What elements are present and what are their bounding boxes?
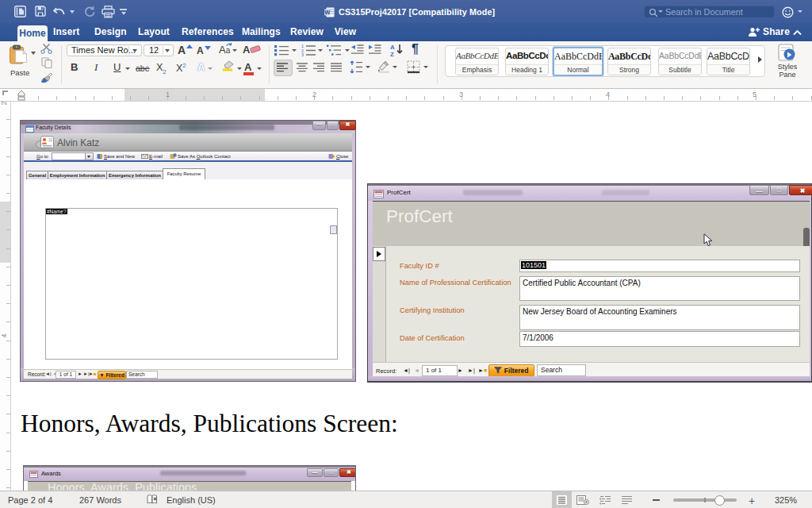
- svg-text:3: 3: [301, 52, 304, 56]
- svg-text:W: W: [324, 9, 331, 16]
- svg-text:Z: Z: [390, 51, 394, 57]
- svg-text:A: A: [390, 44, 395, 51]
